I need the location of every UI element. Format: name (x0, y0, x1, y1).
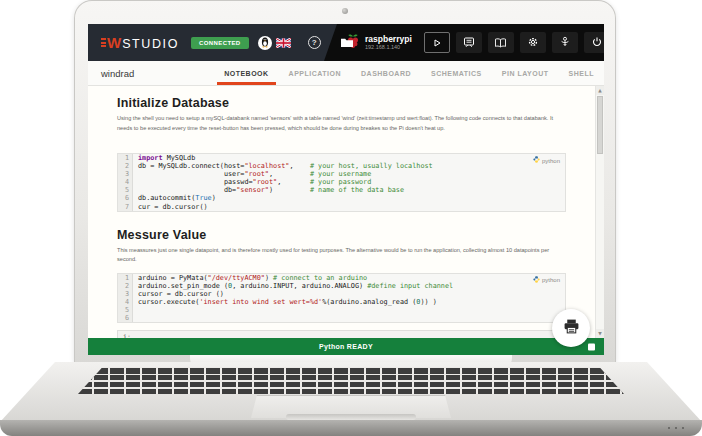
top-bar-device-section: raspberrypi 192.168.1.140 (324, 24, 604, 61)
tab-application[interactable]: APPLICATION (279, 61, 351, 85)
studio-app-window: raspberrypi 192.168.1.140 (88, 24, 604, 355)
laptop-keyboard (78, 367, 624, 394)
play-icon (432, 34, 442, 52)
section-title-initialize-database: Initialize Database (117, 96, 566, 110)
language-button[interactable] (276, 34, 291, 52)
content-scrollbar[interactable]: ▲ ▼ (595, 86, 604, 338)
tab-schematics[interactable]: SCHEMATICS (421, 61, 492, 85)
tab-pin-layout[interactable]: PIN LAYOUT (492, 61, 559, 85)
gear-icon (527, 34, 539, 52)
status-bar: Python READY (88, 338, 604, 355)
section-title-messure-value: Messure Value (117, 228, 566, 242)
toolbar (424, 32, 604, 53)
folder-icon (340, 34, 354, 52)
code-language-badge: python (533, 276, 560, 285)
status-text: Python READY (319, 343, 373, 350)
question-mark-icon: ? (312, 38, 317, 47)
deploy-button[interactable] (552, 32, 578, 53)
laptop-screen-bezel: raspberrypi 192.168.1.140 (74, 0, 616, 363)
laptop-mockup: raspberrypi 192.168.1.140 (0, 0, 702, 436)
stop-button[interactable] (588, 343, 595, 350)
code-language-badge: python (533, 156, 560, 165)
laptop-bottom-edge (0, 420, 702, 436)
tab-dashboard[interactable]: DASHBOARD (351, 61, 421, 85)
webcam-dot (342, 8, 348, 14)
partial-code-cell[interactable]: i; (117, 330, 566, 338)
code-language-label: python (542, 157, 560, 165)
notebook-content: Initialize Database Using the shell you … (88, 86, 604, 338)
uk-flag-icon (276, 34, 291, 52)
run-button[interactable] (424, 32, 450, 53)
device-name: raspberrypi (365, 35, 412, 44)
device-meta: raspberrypi 192.168.1.140 (365, 35, 412, 51)
logo-text: STUDIO (122, 37, 179, 51)
connected-badge[interactable]: CONNECTED (191, 37, 249, 49)
tabs: NOTEBOOK APPLICATION DASHBOARD SCHEMATIC… (214, 61, 604, 85)
tab-notebook[interactable]: NOTEBOOK (214, 61, 278, 85)
tab-bar: windrad NOTEBOOK APPLICATION DASHBOARD S… (88, 61, 604, 86)
printer-icon (563, 319, 580, 338)
linux-board-button[interactable] (258, 36, 272, 50)
print-button[interactable] (552, 309, 590, 347)
top-bar-brand-section: W STUDIO CONNECTED (88, 24, 354, 61)
section-body-initialize-database: Using the shell you need to setup a mySQ… (117, 114, 562, 133)
task-manager-icon (463, 34, 475, 52)
top-bar: raspberrypi 192.168.1.140 (88, 24, 604, 61)
section-body-messure-value: This meassures just one single datapoint… (117, 246, 562, 265)
penguin-icon (260, 34, 270, 52)
studio-logo: W STUDIO (101, 35, 179, 51)
scroll-up-arrow-icon[interactable]: ▲ (596, 86, 604, 95)
scroll-down-arrow-icon[interactable]: ▼ (596, 329, 604, 338)
power-button[interactable] (584, 32, 604, 53)
help-button[interactable]: ? (308, 36, 321, 49)
code-language-label: python (542, 276, 560, 284)
python-logo-icon (533, 276, 540, 285)
code-cell-database[interactable]: python 1import MySQLdb2db = MySQLdb.conn… (117, 153, 566, 212)
laptop-deck (0, 362, 702, 422)
device-ip: 192.168.1.140 (365, 45, 412, 51)
projects-button[interactable] (340, 34, 354, 52)
logo-bars-icon (101, 38, 106, 47)
python-logo-icon (533, 156, 540, 165)
task-manager-button[interactable] (456, 32, 482, 53)
library-button[interactable] (488, 32, 514, 53)
device-selector[interactable]: raspberrypi 192.168.1.140 (346, 33, 412, 53)
logo-mark: W (107, 35, 121, 50)
laptop-base-dots (668, 427, 684, 429)
scrollbar-thumb[interactable] (597, 96, 603, 154)
book-icon (494, 34, 507, 52)
code-cell-measure[interactable]: python 1arduino = PyMata("/dev/ttyACM0")… (117, 273, 566, 324)
deploy-icon (559, 34, 571, 52)
tab-shell[interactable]: SHELL (559, 61, 604, 85)
power-icon (591, 34, 603, 52)
settings-button[interactable] (520, 32, 546, 53)
project-name: windrad (101, 68, 134, 79)
